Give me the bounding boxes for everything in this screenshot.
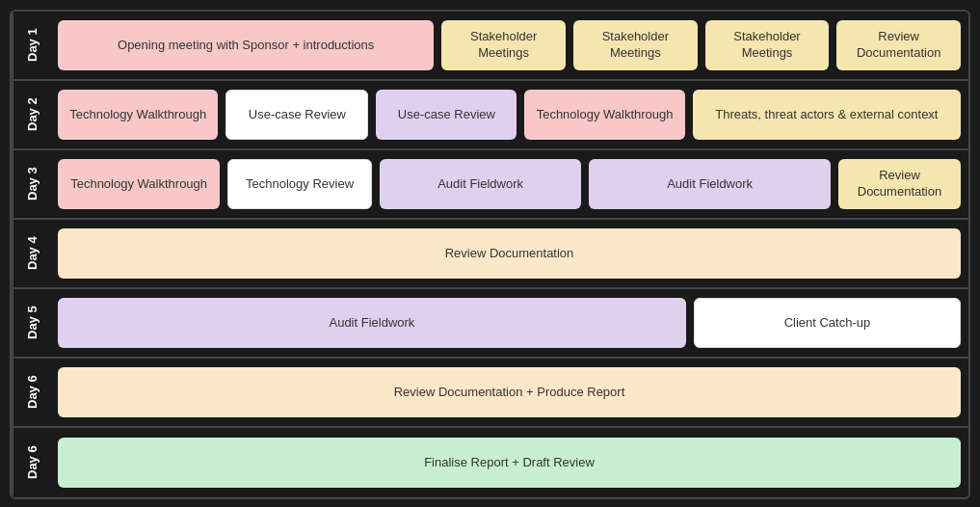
task-item[interactable]: Client Catch-up xyxy=(694,298,961,348)
task-item[interactable]: Review Documentation + Produce Report xyxy=(58,367,961,417)
schedule-container: Day 1Opening meeting with Sponsor + intr… xyxy=(10,10,970,499)
row-content: Opening meeting with Sponsor + introduct… xyxy=(50,12,968,79)
task-item[interactable]: Use-case Review xyxy=(225,90,368,140)
row-content: Technology WalkthroughTechnology ReviewA… xyxy=(50,150,968,218)
day-label: Day 6 xyxy=(12,359,50,426)
task-item[interactable]: Finalise Report + Draft Review xyxy=(58,438,961,488)
task-item[interactable]: Review Documentation xyxy=(838,159,961,209)
task-item[interactable]: Use-case Review xyxy=(376,90,516,140)
schedule-row: Day 5Audit FieldworkClient Catch-up xyxy=(12,289,968,359)
task-item[interactable]: Audit Fieldwork xyxy=(380,159,581,209)
task-item[interactable]: Stakeholder Meetings xyxy=(441,20,566,70)
task-item[interactable]: Review Documentation xyxy=(58,228,961,279)
day-label: Day 3 xyxy=(12,150,50,218)
row-content: Technology WalkthroughUse-case ReviewUse… xyxy=(50,81,968,148)
day-label: Day 6 xyxy=(12,428,50,497)
task-item[interactable]: Audit Fieldwork xyxy=(58,298,686,348)
task-item[interactable]: Stakeholder Meetings xyxy=(573,20,698,70)
task-item[interactable]: Technology Review xyxy=(227,159,372,209)
task-item[interactable]: Audit Fieldwork xyxy=(589,159,831,209)
task-item[interactable]: Threats, threat actors & external contex… xyxy=(693,90,961,140)
day-label: Day 4 xyxy=(12,220,50,287)
row-content: Review Documentation xyxy=(50,220,968,287)
day-label: Day 5 xyxy=(12,289,50,357)
task-item[interactable]: Review Documentation xyxy=(836,20,961,70)
row-content: Audit FieldworkClient Catch-up xyxy=(50,289,968,357)
row-content: Review Documentation + Produce Report xyxy=(50,359,968,426)
schedule-row: Day 2Technology WalkthroughUse-case Revi… xyxy=(12,81,968,150)
schedule-row: Day 3Technology WalkthroughTechnology Re… xyxy=(12,150,968,220)
schedule-row: Day 6Finalise Report + Draft Review xyxy=(12,428,968,497)
task-item[interactable]: Technology Walkthrough xyxy=(524,90,684,140)
schedule-row: Day 1Opening meeting with Sponsor + intr… xyxy=(12,12,968,81)
schedule-row: Day 4Review Documentation xyxy=(12,220,968,289)
day-label: Day 2 xyxy=(12,81,50,148)
task-item[interactable]: Opening meeting with Sponsor + introduct… xyxy=(58,20,434,70)
row-content: Finalise Report + Draft Review xyxy=(50,428,968,497)
task-item[interactable]: Technology Walkthrough xyxy=(58,159,220,209)
day-label: Day 1 xyxy=(12,12,50,79)
schedule-row: Day 6Review Documentation + Produce Repo… xyxy=(12,359,968,428)
task-item[interactable]: Technology Walkthrough xyxy=(58,90,218,140)
task-item[interactable]: Stakeholder Meetings xyxy=(705,20,830,70)
